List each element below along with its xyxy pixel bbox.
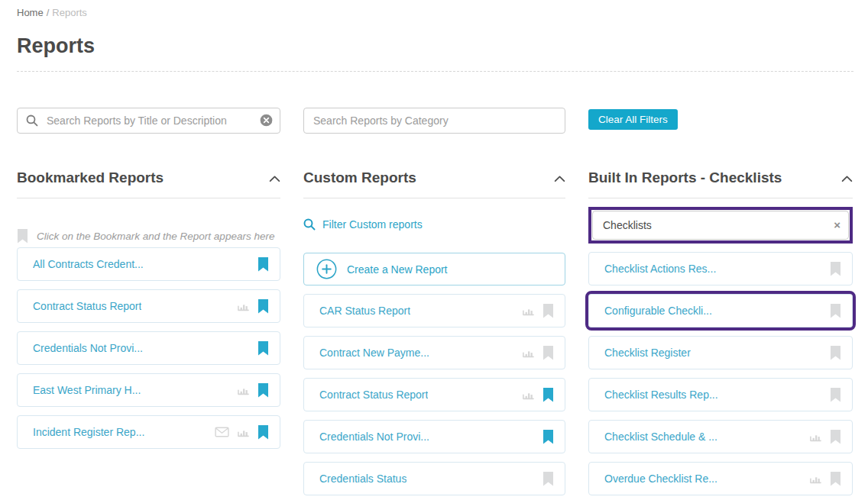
report-icons [809,430,841,444]
builtin-search-box: × [592,211,849,240]
report-icons [215,425,269,440]
report-title[interactable]: Credentials Not Provi... [33,342,143,354]
clear-input-icon[interactable]: × [834,218,840,232]
bookmarked-reports-title: Bookmarked Reports [17,169,164,186]
report-title[interactable]: Checklist Actions Res... [604,263,716,275]
report-icons [830,346,841,360]
report-title[interactable]: Credentials Status [319,473,406,485]
bookmarked-reports-column: Bookmarked Reports Click on the Bookmark… [17,169,280,500]
report-title[interactable]: Checklist Register [604,347,691,359]
bookmark-inactive-icon[interactable] [830,346,841,360]
report-card[interactable]: Contract Status Report [303,378,565,411]
bookmark-hint-text: Click on the Bookmark and the Report app… [37,231,274,242]
bookmark-inactive-icon[interactable] [542,472,554,486]
bookmark-hint: Click on the Bookmark and the Report app… [17,229,280,244]
envelope-icon [215,427,229,437]
report-title[interactable]: CAR Status Report [319,305,410,317]
report-card[interactable]: All Contracts Credent... [17,247,280,281]
bookmark-active-icon[interactable] [257,341,269,356]
report-card[interactable]: Checklist Schedule & ... [588,420,853,453]
report-icons [257,341,269,356]
report-card[interactable]: Checklist Register [588,336,853,369]
report-title[interactable]: Configurable Checkli... [604,305,712,317]
bookmark-inactive-icon[interactable] [830,262,841,276]
bookmarked-reports-header: Bookmarked Reports [17,169,280,198]
report-icons [830,262,841,276]
bookmark-inactive-icon[interactable] [830,472,841,486]
builtin-search-annotation-box: × [588,207,853,244]
report-title[interactable]: East West Primary H... [33,384,141,396]
bookmark-active-icon[interactable] [257,425,269,440]
report-title[interactable]: Checklist Results Rep... [604,389,718,401]
report-icons [522,388,554,402]
report-card[interactable]: Checklist Results Rep... [588,378,853,411]
report-icons [237,299,269,314]
report-icons [830,388,841,402]
breadcrumb-separator: / [47,7,50,18]
report-card[interactable]: Checklist Actions Res... [588,252,853,285]
bookmark-active-icon[interactable] [257,257,269,272]
report-icons [237,383,269,398]
report-title[interactable]: Overdue Checklist Re... [604,473,717,485]
bookmarked-reports-list: All Contracts Credent... Contract Status… [17,247,280,449]
chevron-up-icon[interactable] [269,173,280,182]
create-new-report-label: Create a New Report [347,263,448,276]
report-title[interactable]: Incident Register Rep... [33,426,144,438]
chevron-up-icon[interactable] [841,173,853,182]
breadcrumb-home-link[interactable]: Home [17,7,44,18]
chart-icon [522,306,535,316]
chart-icon [237,427,250,437]
clear-all-filters-button[interactable]: Clear All Filters [588,109,678,130]
report-title[interactable]: Credentials Not Provi... [319,431,429,443]
report-card[interactable]: Contract New Payme... [303,336,565,369]
bookmark-inactive-icon[interactable] [830,304,841,318]
report-card[interactable]: Overdue Checklist Re... [588,462,853,495]
clear-search-icon[interactable] [260,114,273,127]
builtin-reports-list: Checklist Actions Res... Configurable Ch… [588,252,853,495]
report-title[interactable]: Contract Status Report [319,389,428,401]
report-title[interactable]: Checklist Schedule & ... [604,431,717,443]
builtin-search-input[interactable] [592,211,849,240]
report-card[interactable]: Incident Register Rep... [17,415,280,449]
bookmark-active-icon[interactable] [257,383,269,398]
report-icons [522,304,554,318]
report-card[interactable]: Contract Status Report [17,289,280,323]
chart-icon [522,348,535,358]
chart-icon [237,302,250,311]
builtin-reports-title: Built In Reports - Checklists [588,169,782,186]
report-icons [522,346,554,360]
page-title: Reports [17,34,853,58]
search-category-input[interactable] [303,108,565,134]
search-title-input[interactable] [17,108,280,134]
report-title[interactable]: All Contracts Credent... [33,258,144,270]
chevron-up-icon[interactable] [554,173,565,182]
custom-reports-list: CAR Status Report Contract New Payme... … [303,294,565,495]
report-card[interactable]: Configurable Checkli... [588,294,853,327]
filter-custom-reports-link[interactable]: Filter Custom reports [303,218,565,231]
bookmark-inactive-icon[interactable] [542,304,554,318]
bookmark-inactive-icon[interactable] [830,388,841,402]
report-card[interactable]: CAR Status Report [303,294,565,327]
report-card[interactable]: Credentials Status [303,462,565,495]
search-title-box [17,108,280,134]
search-category-box [303,108,565,134]
breadcrumb-current: Reports [52,7,87,18]
report-icons [257,257,269,272]
bookmark-inactive-icon[interactable] [542,346,554,360]
builtin-reports-header: Built In Reports - Checklists [588,169,853,198]
report-card[interactable]: Credentials Not Provi... [303,420,565,453]
bookmark-active-icon[interactable] [542,430,554,444]
bookmark-inactive-icon[interactable] [830,430,841,444]
bookmark-icon [17,229,28,244]
create-new-report-button[interactable]: Create a New Report [303,253,565,285]
report-card[interactable]: Credentials Not Provi... [17,331,280,365]
chart-icon [809,474,822,484]
report-title[interactable]: Contract New Payme... [319,347,429,359]
bookmark-active-icon[interactable] [257,299,269,314]
plus-circle-icon [316,259,337,279]
search-icon [303,218,316,231]
bookmark-active-icon[interactable] [542,388,554,402]
report-card[interactable]: East West Primary H... [17,373,280,407]
report-title[interactable]: Contract Status Report [33,300,141,312]
chart-icon [522,390,535,400]
